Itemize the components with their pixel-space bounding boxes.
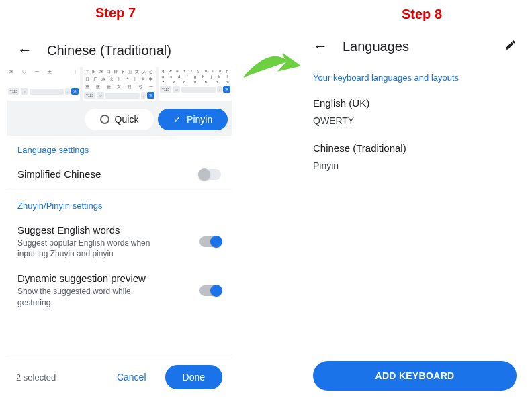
check-icon: ✓ xyxy=(173,114,181,125)
format-label: Pinyin xyxy=(187,114,212,125)
layout-preview-1[interactable]: 水〇一土｜ ?123☺,送 xyxy=(7,67,80,101)
cancel-button[interactable]: Cancel xyxy=(110,366,153,388)
setting-title: Suggest English words xyxy=(17,224,159,236)
add-keyboard-button[interactable]: ADD KEYBOARD xyxy=(313,361,517,391)
right-panel: ← Languages Your keyboard languages and … xyxy=(302,30,527,397)
format-pill-quick[interactable]: Quick xyxy=(85,109,154,130)
done-button[interactable]: Done xyxy=(165,365,222,389)
setting-suggest-english[interactable]: Suggest English words Suggest popular En… xyxy=(7,217,232,266)
back-icon[interactable]: ← xyxy=(313,38,328,55)
section-heading-languages: Your keyboard languages and layouts xyxy=(302,63,527,89)
back-icon[interactable]: ← xyxy=(17,42,32,59)
format-label: Quick xyxy=(115,114,139,125)
page-title: Chinese (Traditional) xyxy=(47,43,171,58)
setting-simplified-chinese[interactable]: Simplified Chinese xyxy=(7,162,232,187)
section-heading-language: Language settings xyxy=(7,136,232,162)
format-pill-hidden[interactable] xyxy=(11,109,81,130)
arrow-icon xyxy=(240,47,301,87)
language-entry-chinese[interactable]: Chinese (Traditional) Pinyin xyxy=(302,134,527,179)
section-heading-zhuyin: Zhuyin/Pinyin settings xyxy=(7,191,232,217)
setting-subtitle: Show the suggested word while gesturing xyxy=(17,286,159,307)
language-layout: Pinyin xyxy=(313,160,517,171)
edit-icon[interactable] xyxy=(504,39,517,54)
toggle-simplified[interactable] xyxy=(200,169,221,180)
right-header: ← Languages xyxy=(302,30,527,63)
step7-label: Step 7 xyxy=(95,5,136,21)
format-pill-pinyin[interactable]: ✓ Pinyin xyxy=(158,109,228,130)
setting-title: Dynamic suggestion preview xyxy=(17,272,159,284)
left-panel: ← Chinese (Traditional) 水〇一土｜ ?123☺,送 手田… xyxy=(7,34,232,396)
layout-preview-3[interactable]: qwertyuiop asdfghjkl zxcvbnm ?123☺,送 xyxy=(159,67,232,101)
layout-previews: 水〇一土｜ ?123☺,送 手田水口廿卜山文人心 日尸木火土竹十大中 重難金女月… xyxy=(7,67,232,103)
language-entry-english[interactable]: English (UK) QWERTY xyxy=(302,89,527,134)
step8-label: Step 8 xyxy=(402,7,442,22)
left-header: ← Chinese (Traditional) xyxy=(7,34,232,67)
setting-dynamic-preview[interactable]: Dynamic suggestion preview Show the sugg… xyxy=(7,266,232,314)
page-title: Languages xyxy=(343,39,409,54)
layout-preview-2[interactable]: 手田水口廿卜山文人心 日尸木火土竹十大中 重難金女月弓一 ?123☺,送 xyxy=(83,67,156,101)
setting-title: Simplified Chinese xyxy=(17,168,101,180)
bottom-bar: 2 selected Cancel Done xyxy=(7,358,232,396)
setting-subtitle: Suggest popular English words when input… xyxy=(17,238,159,259)
toggle-suggest-english[interactable] xyxy=(200,236,221,247)
language-name: Chinese (Traditional) xyxy=(313,142,517,154)
format-pills: Quick ✓ Pinyin xyxy=(7,103,232,136)
radio-icon xyxy=(100,115,109,124)
toggle-dynamic-preview[interactable] xyxy=(200,285,221,296)
language-layout: QWERTY xyxy=(313,115,517,126)
language-name: English (UK) xyxy=(313,97,517,109)
selected-count: 2 selected xyxy=(16,372,98,383)
